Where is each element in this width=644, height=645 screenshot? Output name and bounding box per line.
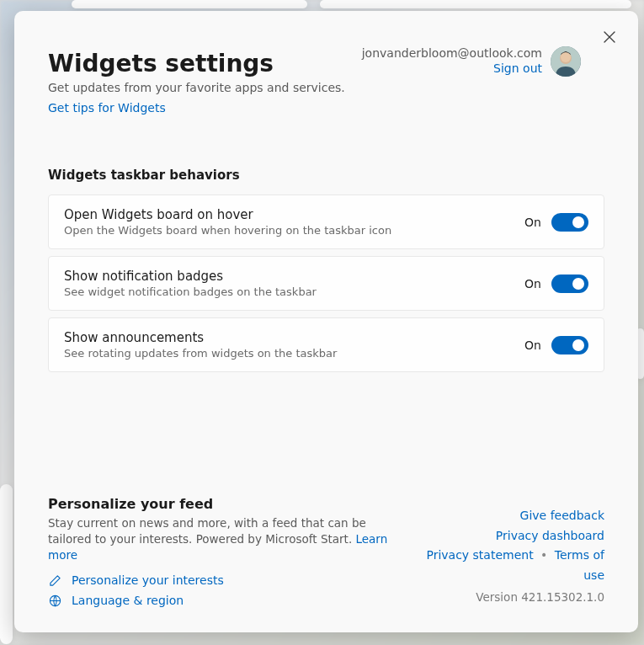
close-button[interactable] <box>598 26 621 50</box>
sign-out-link[interactable]: Sign out <box>493 61 542 75</box>
personalize-label: Personalize your interests <box>72 573 224 587</box>
feedback-link[interactable]: Give feedback <box>520 509 604 522</box>
personalize-interests-link[interactable]: Personalize your interests <box>48 573 402 587</box>
setting-announcements: Show announcements See rotating updates … <box>48 317 604 372</box>
version-text: Version 421.15302.1.0 <box>418 588 604 607</box>
feed-block: Personalize your feed Stay current on ne… <box>48 496 402 607</box>
tips-link[interactable]: Get tips for Widgets <box>48 101 166 115</box>
setting-badges: Show notification badges See widget noti… <box>48 256 604 311</box>
feed-heading: Personalize your feed <box>48 496 402 512</box>
bg-tile <box>72 0 307 8</box>
language-label: Language & region <box>72 594 184 607</box>
bottom-row: Personalize your feed Stay current on ne… <box>48 496 604 607</box>
behaviors-heading: Widgets taskbar behaviors <box>48 168 604 183</box>
setting-title: Show notification badges <box>64 269 524 284</box>
toggle-state: On <box>524 338 541 352</box>
badges-toggle[interactable] <box>551 275 588 293</box>
setting-hover: Open Widgets board on hover Open the Wid… <box>48 195 604 249</box>
privacy-statement-link[interactable]: Privacy statement <box>426 548 533 562</box>
settings-panel: Widgets settings Get updates from your f… <box>14 11 638 632</box>
svg-point-2 <box>561 52 571 62</box>
feed-desc-text: Stay current on news and more, with a fe… <box>48 516 366 546</box>
toggle-state: On <box>524 216 541 229</box>
bg-tile <box>320 0 631 8</box>
header-row: Widgets settings Get updates from your f… <box>48 50 604 115</box>
account-block: jonvanderbloom@outlook.com Sign out <box>362 46 581 77</box>
pencil-icon <box>48 573 61 587</box>
toggle-state: On <box>524 277 541 291</box>
privacy-dashboard-link[interactable]: Privacy dashboard <box>496 529 604 542</box>
account-email: jonvanderbloom@outlook.com <box>362 46 542 60</box>
bg-tile <box>0 484 13 644</box>
title-block: Widgets settings Get updates from your f… <box>48 50 345 115</box>
page-title: Widgets settings <box>48 50 345 77</box>
footer-links: Give feedback Privacy dashboard Privacy … <box>418 506 604 607</box>
setting-desc: See rotating updates from widgets on the… <box>64 347 524 360</box>
setting-desc: Open the Widgets board when hovering on … <box>64 224 524 237</box>
close-icon <box>604 30 615 46</box>
hover-toggle[interactable] <box>551 213 588 232</box>
setting-desc: See widget notification badges on the ta… <box>64 285 524 298</box>
globe-icon <box>48 594 61 607</box>
avatar[interactable] <box>551 46 581 77</box>
page-subtitle: Get updates from your favorite apps and … <box>48 81 345 94</box>
terms-link[interactable]: Terms of use <box>555 548 604 582</box>
setting-title: Show announcements <box>64 330 524 345</box>
language-region-link[interactable]: Language & region <box>48 594 402 607</box>
announcements-toggle[interactable] <box>551 336 588 354</box>
setting-title: Open Widgets board on hover <box>64 207 524 222</box>
separator-dot: • <box>540 548 547 562</box>
feed-desc: Stay current on news and more, with a fe… <box>48 515 402 563</box>
